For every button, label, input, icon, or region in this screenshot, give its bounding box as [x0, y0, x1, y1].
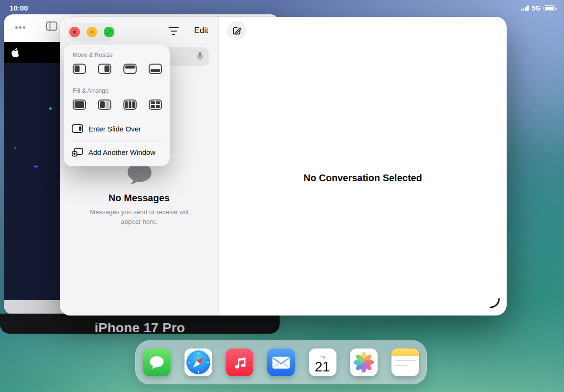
move-right-half-button[interactable] [98, 64, 111, 74]
notes-yellow-band [391, 348, 419, 356]
sparkle-icon: ✦ [48, 105, 53, 112]
dock-mail-icon[interactable] [267, 348, 295, 376]
battery-icon [543, 5, 555, 11]
dock-safari-icon[interactable] [184, 348, 212, 376]
enter-slide-over-item[interactable]: Enter Slide Over [64, 117, 170, 140]
arrange-grid-button[interactable] [149, 99, 162, 110]
background-app-title: iPhone 17 Pro [0, 320, 280, 334]
add-window-icon [72, 148, 83, 157]
minimize-window-button[interactable] [87, 27, 97, 37]
dock-photos-icon[interactable] [350, 348, 378, 376]
background-app-label-bar: iPhone 17 Pro [0, 314, 280, 334]
sidebar-toggle-icon[interactable] [46, 22, 57, 33]
dock-calendar-icon[interactable]: Fri 21 [309, 348, 336, 376]
dock-notes-icon[interactable] [391, 348, 419, 376]
compose-icon [232, 26, 242, 36]
move-left-half-button[interactable] [73, 64, 86, 74]
window-resize-handle[interactable] [489, 298, 500, 310]
envelope-icon [272, 356, 290, 369]
asterisk-icon: ✳ [33, 163, 38, 170]
dock-messages-icon[interactable] [143, 348, 171, 376]
arrange-split-view-button[interactable] [98, 99, 111, 110]
calendar-day: 21 [315, 359, 330, 374]
fill-full-screen-button[interactable] [73, 99, 86, 110]
photos-flower-icon [353, 351, 375, 373]
filter-button[interactable] [165, 23, 182, 39]
no-conversation-title: No Conversation Selected [219, 173, 507, 184]
cellular-signal-icon [521, 5, 529, 11]
more-options-icon[interactable] [15, 26, 25, 29]
window-controls-menu: Move & Resize Fill & Arrange [64, 44, 170, 166]
move-resize-section-label: Move & Resize [64, 52, 170, 58]
close-window-button[interactable] [69, 27, 80, 37]
network-type-label: 5G [531, 4, 541, 12]
add-another-window-item[interactable]: Add Another Window [64, 141, 170, 164]
no-messages-subtitle: Messages you send or receive will appear… [60, 207, 218, 227]
fill-arrange-section-label: Fill & Arrange [64, 81, 170, 94]
fill-arrange-options [64, 94, 170, 117]
notes-line [395, 360, 416, 361]
dock-music-icon[interactable] [226, 348, 253, 376]
dock: Fri 21 [135, 340, 427, 384]
ipad-screen: ✦ ✳ iPhone 17 Pro Edi [0, 0, 564, 392]
slide-over-icon [72, 124, 83, 133]
microphone-icon[interactable] [196, 51, 204, 64]
arrange-three-column-button[interactable] [123, 99, 137, 110]
enter-slide-over-label: Enter Slide Over [88, 125, 141, 133]
notes-line [395, 365, 409, 366]
dot-icon [14, 147, 16, 149]
add-another-window-label: Add Another Window [88, 148, 155, 156]
apple-logo-icon [11, 48, 19, 57]
compass-icon [186, 350, 210, 374]
window-controls-pill [67, 23, 116, 41]
messages-bubble-icon [149, 355, 165, 370]
no-messages-title: No Messages [60, 193, 218, 204]
move-resize-options [64, 58, 170, 81]
move-bottom-half-button[interactable] [149, 64, 162, 74]
status-bar-right: 5G [521, 4, 555, 12]
zoom-window-button[interactable] [104, 27, 114, 37]
compose-button[interactable] [227, 21, 246, 40]
music-note-icon [232, 356, 247, 369]
edit-button[interactable]: Edit [189, 26, 214, 35]
status-bar-time: 10:00 [10, 4, 28, 12]
move-top-half-button[interactable] [123, 64, 137, 74]
calendar-weekday: Fri [319, 354, 325, 359]
